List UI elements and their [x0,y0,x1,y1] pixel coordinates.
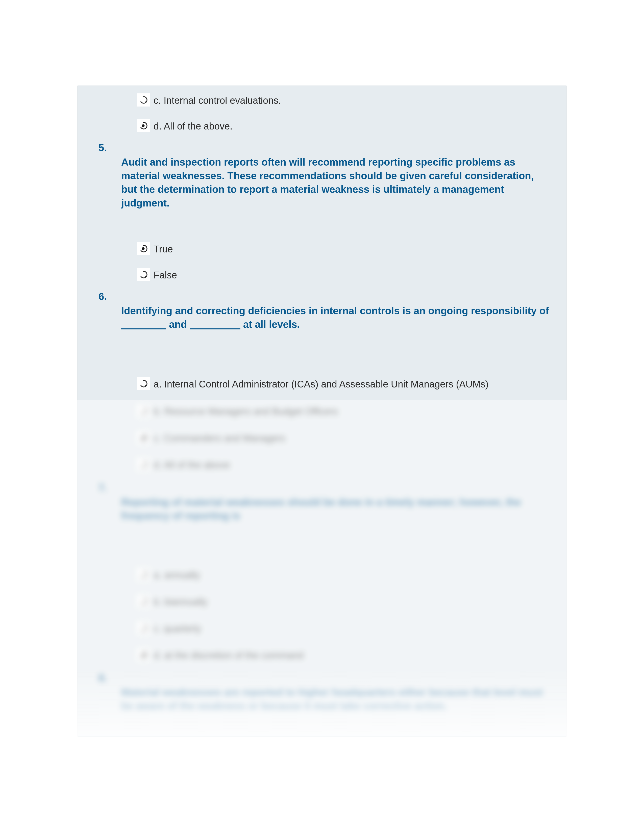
question-6-text: Identifying and correcting deficiencies … [121,304,555,331]
radio-unselected-icon[interactable] [137,621,150,635]
svg-point-0 [145,101,146,103]
q6-blank-2: _________ [190,319,240,330]
prev-question-option-d: d. All of the above. [137,119,233,142]
q6-blank-1: ________ [121,319,166,330]
svg-point-1 [142,124,145,127]
radio-unselected-icon[interactable] [137,458,150,471]
radio-selected-icon[interactable] [137,119,150,132]
question-5-text: Audit and inspection reports often will … [121,155,551,210]
q6-a-label: a. Internal Control Administrator (ICAs)… [153,379,488,390]
q6-mid: and [166,319,190,330]
question-7-number: 7. [98,482,107,493]
q6-option-a: a. Internal Control Administrator (ICAs)… [137,377,488,400]
radio-selected-icon[interactable] [137,648,150,661]
q7-b-label: b. biannually [153,597,207,608]
svg-point-3 [145,276,146,277]
radio-selected-icon[interactable] [137,431,150,444]
svg-point-5 [142,436,145,439]
q5-false-label: False [153,270,177,281]
q7-c-label: c. quarterly [153,624,201,635]
radio-unselected-icon[interactable] [137,404,150,418]
q7-a-label: a. annually [153,570,200,581]
radio-selected-icon[interactable] [137,242,150,255]
q6-d-label: d. All of the above [153,460,230,471]
q6-text-before: Identifying and correcting deficiencies … [121,305,549,316]
q6-text-after: at all levels. [240,319,300,330]
question-8-text: Material weaknesses are reported to high… [121,687,543,712]
q6-c-label: c. Commanders and Managers [153,433,285,444]
option-c-label: c. Internal control evaluations. [153,95,281,106]
radio-unselected-icon[interactable] [137,93,150,106]
question-6-number: 6. [98,291,107,302]
q7-d-label: d. at the discretion of the command [153,650,304,661]
radio-unselected-icon[interactable] [137,268,150,281]
option-d-label: d. All of the above. [153,121,233,132]
radio-unselected-icon[interactable] [137,568,150,581]
svg-point-2 [142,248,145,250]
page-root: c. Internal control evaluations. d. All … [0,0,644,833]
q6-b-label: b. Resource Managers and Budget Officers [153,407,338,418]
question-8-number: 8. [98,672,107,683]
radio-unselected-icon[interactable] [137,377,150,390]
q5-true-label: True [153,244,173,255]
question-7-text: Reporting of material weaknesses should … [121,497,521,521]
document-panel: c. Internal control evaluations. d. All … [77,85,567,737]
q5-option-true: True [137,242,173,265]
radio-unselected-icon[interactable] [137,595,150,608]
svg-point-6 [142,653,145,656]
svg-point-4 [145,385,146,386]
prev-question-option-c: c. Internal control evaluations. [137,93,281,116]
q5-option-false: False [137,268,177,291]
question-5-number: 5. [98,142,107,153]
